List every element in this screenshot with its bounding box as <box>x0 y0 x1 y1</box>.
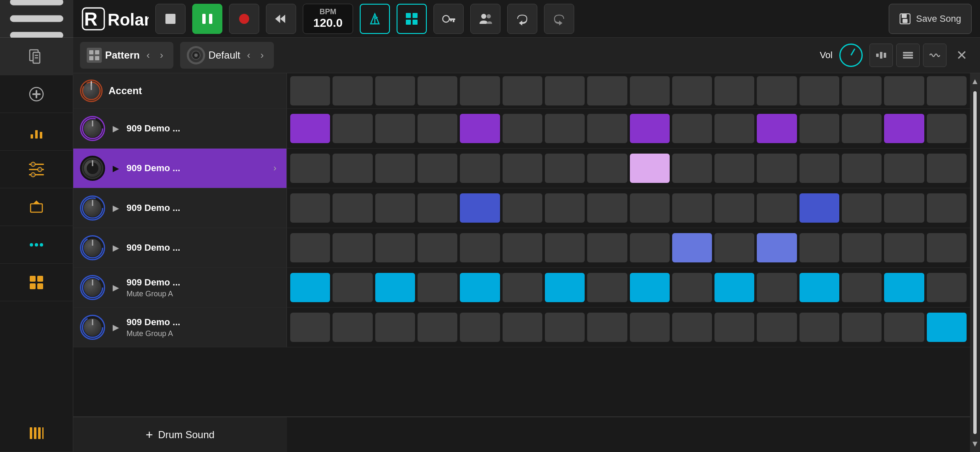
step-btn[interactable] <box>333 313 372 342</box>
step-btn[interactable] <box>884 76 924 105</box>
step-btn[interactable] <box>460 114 500 143</box>
people-button[interactable] <box>470 4 500 34</box>
step-btn[interactable] <box>460 76 500 105</box>
step-btn[interactable] <box>503 154 542 183</box>
step-btn[interactable] <box>714 114 754 143</box>
step-btn[interactable] <box>333 273 372 302</box>
track-1-knob[interactable] <box>80 116 105 141</box>
step-btn[interactable] <box>630 233 670 262</box>
record-button[interactable] <box>229 4 259 34</box>
step-btn[interactable] <box>672 273 712 302</box>
step-btn[interactable] <box>842 313 882 342</box>
step-btn[interactable] <box>884 154 924 183</box>
step-btn[interactable] <box>799 313 839 342</box>
step-btn[interactable] <box>799 273 839 302</box>
step-btn[interactable] <box>503 233 542 262</box>
sidebar-item-mixer[interactable] <box>0 113 73 151</box>
step-btn[interactable] <box>757 154 797 183</box>
sidebar-item-settings[interactable] <box>0 151 73 188</box>
grid-button[interactable] <box>397 4 427 34</box>
step-btn[interactable] <box>630 76 670 105</box>
track-1-play[interactable]: ▶ <box>111 122 121 135</box>
stop-button[interactable] <box>155 4 186 34</box>
step-btn[interactable] <box>587 233 627 262</box>
step-btn[interactable] <box>375 193 415 223</box>
step-btn[interactable] <box>460 273 500 302</box>
step-btn[interactable] <box>672 193 712 223</box>
step-btn[interactable] <box>757 233 797 262</box>
step-btn[interactable] <box>884 114 924 143</box>
track-4-knob[interactable] <box>80 235 105 260</box>
step-btn[interactable] <box>672 114 712 143</box>
step-btn[interactable] <box>375 233 415 262</box>
step-btn[interactable] <box>757 76 797 105</box>
step-btn[interactable] <box>927 233 967 262</box>
step-btn[interactable] <box>290 233 330 262</box>
scroll-up-arrow[interactable]: ▲ <box>971 77 979 86</box>
bpm-display[interactable]: BPM 120.0 <box>303 4 353 34</box>
step-btn[interactable] <box>460 313 500 342</box>
view-bars-button[interactable] <box>896 44 920 67</box>
step-btn[interactable] <box>630 154 670 183</box>
track-3-play[interactable]: ▶ <box>111 201 121 215</box>
track-2-label[interactable]: ▶ 909 Demo ... › <box>73 149 287 188</box>
step-btn[interactable] <box>290 273 330 302</box>
step-btn[interactable] <box>672 76 712 105</box>
step-btn[interactable] <box>757 193 797 223</box>
step-btn[interactable] <box>672 313 712 342</box>
step-btn[interactable] <box>290 154 330 183</box>
step-btn[interactable] <box>503 313 542 342</box>
scroll-down-arrow[interactable]: ▼ <box>971 439 979 449</box>
redo-button[interactable] <box>544 4 574 34</box>
scroll-bar[interactable] <box>973 91 977 434</box>
sidebar-item-patterns[interactable] <box>0 264 73 301</box>
step-btn[interactable] <box>545 76 585 105</box>
sidebar-item-add[interactable] <box>0 75 73 113</box>
pattern-selector[interactable]: Pattern ‹ › <box>80 42 173 69</box>
step-btn[interactable] <box>460 154 500 183</box>
step-btn[interactable] <box>333 76 372 105</box>
forward-button[interactable] <box>266 4 296 34</box>
step-btn[interactable] <box>799 114 839 143</box>
step-btn[interactable] <box>545 273 585 302</box>
step-btn[interactable] <box>714 233 754 262</box>
track-4-play[interactable]: ▶ <box>111 241 121 254</box>
step-btn[interactable] <box>290 193 330 223</box>
track-3-knob[interactable] <box>80 195 105 221</box>
view-step-button[interactable] <box>869 44 893 67</box>
undo-button[interactable] <box>507 4 537 34</box>
step-btn[interactable] <box>333 233 372 262</box>
add-drum-sound-button[interactable]: + Drum Sound <box>73 417 287 452</box>
step-btn[interactable] <box>799 233 839 262</box>
step-btn[interactable] <box>714 76 754 105</box>
save-song-button[interactable]: Save Song <box>889 4 972 34</box>
track-2-knob[interactable] <box>80 156 105 181</box>
step-btn[interactable] <box>418 193 457 223</box>
step-btn[interactable] <box>375 114 415 143</box>
step-btn[interactable] <box>587 154 627 183</box>
sidebar-item-eq[interactable] <box>0 414 73 452</box>
step-btn[interactable] <box>460 233 500 262</box>
step-btn[interactable] <box>418 76 457 105</box>
step-btn[interactable] <box>545 233 585 262</box>
step-btn[interactable] <box>714 273 754 302</box>
step-btn[interactable] <box>842 273 882 302</box>
step-btn[interactable] <box>375 273 415 302</box>
step-btn[interactable] <box>630 313 670 342</box>
step-btn[interactable] <box>842 114 882 143</box>
close-button[interactable]: ✕ <box>950 44 973 67</box>
track-5-knob[interactable] <box>80 275 105 300</box>
step-btn[interactable] <box>418 273 457 302</box>
step-btn[interactable] <box>714 154 754 183</box>
step-btn[interactable] <box>630 193 670 223</box>
sidebar-item-motion[interactable] <box>0 226 73 264</box>
step-btn[interactable] <box>714 193 754 223</box>
step-btn[interactable] <box>503 193 542 223</box>
step-btn[interactable] <box>587 273 627 302</box>
metronome-button[interactable] <box>360 4 390 34</box>
kit-prev[interactable]: ‹ <box>244 48 254 63</box>
step-btn[interactable] <box>799 76 839 105</box>
step-btn[interactable] <box>290 76 330 105</box>
kit-next[interactable]: › <box>257 48 267 63</box>
step-btn[interactable] <box>884 313 924 342</box>
